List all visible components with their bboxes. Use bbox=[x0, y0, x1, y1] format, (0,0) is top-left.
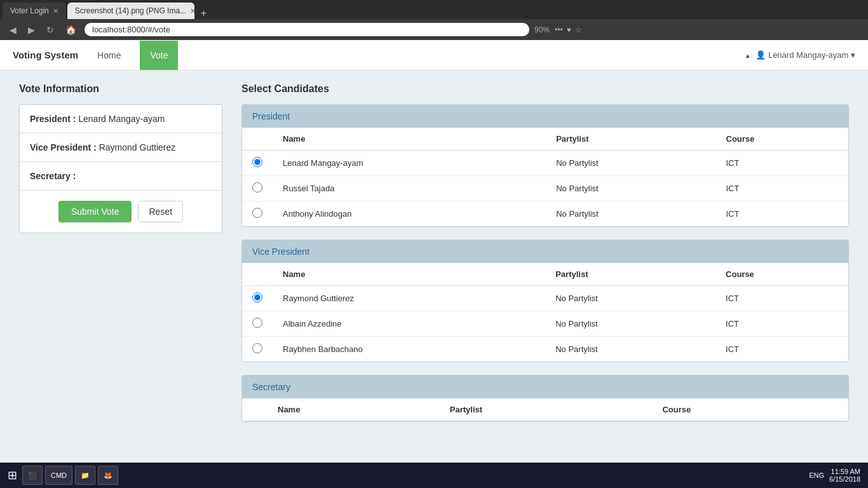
select-candidates-title: Select Candidates bbox=[241, 83, 849, 95]
table-row: Raymond Guttierez No Partylist ICT bbox=[242, 286, 848, 311]
tab-voter-login[interactable]: Voter Login ✕ bbox=[3, 3, 66, 19]
vp-name: Raymond Guttierez bbox=[99, 142, 176, 152]
user-icon: 👤 bbox=[756, 50, 768, 60]
vp-radio-0[interactable] bbox=[252, 292, 262, 302]
clock-date: 6/15/2018 bbox=[829, 475, 860, 483]
name-col-header: Name bbox=[273, 128, 546, 151]
president-table-header: Name Partylist Course bbox=[242, 128, 848, 151]
vp-section: Vice President Name Partylist Course Ray… bbox=[241, 240, 849, 362]
vp-radio-2[interactable] bbox=[252, 343, 262, 353]
vp-row: Vice President : Raymond Guttierez bbox=[20, 133, 222, 162]
candidate-name: Russel Tajada bbox=[273, 176, 546, 201]
app-navbar: Voting System Home Vote 👤 Lenard Mangay-… bbox=[0, 40, 868, 71]
vote-actions: Submit Vote Reset bbox=[20, 191, 222, 233]
tab-label: Voter Login bbox=[10, 6, 49, 15]
radio-cell[interactable] bbox=[242, 201, 273, 227]
start-button[interactable]: ⊞ bbox=[3, 466, 22, 485]
partylist-col-header: Partylist bbox=[545, 263, 715, 286]
vote-info-box: President : Lenard Mangay-ayam Vice Pres… bbox=[19, 104, 222, 233]
browser-chrome: Voter Login ✕ Screenshot (14).png (PNG I… bbox=[0, 0, 868, 40]
radio-cell[interactable] bbox=[242, 311, 273, 337]
secretary-table: Name Partylist Course bbox=[242, 398, 848, 421]
page-content: Vote Information President : Lenard Mang… bbox=[0, 71, 868, 463]
candidate-course: ICT bbox=[715, 337, 848, 362]
name-col-header: Name bbox=[273, 263, 545, 286]
taskbar: ⊞ ⬛ CMD 📁 🦊 ENG 11:59 AM 6/15/2018 bbox=[0, 463, 868, 488]
table-row: Anthony Alindogan No Partylist ICT bbox=[242, 201, 848, 227]
candidate-name: Albain Azzedine bbox=[273, 311, 545, 337]
vote-info-title: Vote Information bbox=[19, 83, 222, 95]
candidate-name: Raymond Guttierez bbox=[273, 286, 545, 311]
course-col-header: Course bbox=[715, 263, 848, 286]
president-radio-2[interactable] bbox=[252, 208, 262, 218]
candidate-course: ICT bbox=[715, 286, 848, 311]
candidate-partylist: No Partylist bbox=[545, 337, 715, 362]
candidate-partylist: No Partylist bbox=[545, 286, 715, 311]
candidate-course: ICT bbox=[716, 176, 849, 201]
vp-radio-1[interactable] bbox=[252, 318, 262, 328]
president-section: President Name Partylist Course Lenard M… bbox=[241, 104, 849, 227]
close-icon[interactable]: ✕ bbox=[53, 7, 58, 15]
president-radio-1[interactable] bbox=[252, 182, 262, 193]
forward-button[interactable]: ▶ bbox=[25, 24, 38, 36]
table-row: Russel Tajada No Partylist ICT bbox=[242, 176, 848, 201]
radio-cell[interactable] bbox=[242, 286, 273, 311]
url-text: localhost:8000/#/vote bbox=[92, 25, 522, 34]
left-panel: Vote Information President : Lenard Mang… bbox=[19, 83, 222, 450]
tab-screenshot[interactable]: Screenshot (14).png (PNG Ima... ✕ bbox=[67, 3, 194, 19]
president-label: President : bbox=[30, 114, 76, 124]
table-row: Raybhen Barbachano No Partylist ICT bbox=[242, 337, 848, 362]
submit-vote-button[interactable]: Submit Vote bbox=[58, 201, 132, 222]
browser-extras: ••• ♥ ☆ bbox=[555, 25, 582, 34]
address-bar: ◀ ▶ ↻ 🏠 localhost:8000/#/vote 90% ••• ♥ … bbox=[0, 19, 868, 40]
nav-home[interactable]: Home bbox=[91, 41, 127, 70]
secretary-section-header: Secretary bbox=[242, 376, 848, 398]
taskbar-items: ⬛ CMD 📁 🦊 bbox=[22, 466, 804, 485]
tab-label: Screenshot (14).png (PNG Ima... bbox=[75, 6, 186, 15]
president-radio-0[interactable] bbox=[252, 157, 262, 167]
reset-button[interactable]: Reset bbox=[138, 201, 183, 222]
taskbar-firefox[interactable]: 🦊 bbox=[98, 466, 118, 485]
president-section-header: President bbox=[242, 105, 848, 128]
new-tab-button[interactable]: + bbox=[196, 8, 212, 19]
course-col-header: Course bbox=[716, 128, 849, 151]
candidate-course: ICT bbox=[716, 151, 849, 176]
radio-cell[interactable] bbox=[242, 337, 273, 362]
close-icon[interactable]: ✕ bbox=[190, 7, 194, 15]
reload-button[interactable]: ↻ bbox=[43, 24, 57, 36]
table-row: Lenard Mangay-ayam No Partylist ICT bbox=[242, 151, 848, 176]
home-button[interactable]: 🏠 bbox=[62, 24, 79, 36]
vp-label: Vice President : bbox=[30, 142, 97, 152]
right-panel: Select Candidates President Name Partyli… bbox=[241, 83, 849, 450]
secretary-section: Secretary Name Partylist Course bbox=[241, 375, 849, 422]
bookmark-icon[interactable]: ☆ bbox=[575, 25, 582, 34]
back-button[interactable]: ◀ bbox=[6, 24, 20, 36]
taskbar-task-manager[interactable]: ⬛ bbox=[22, 466, 43, 485]
candidate-name: Raybhen Barbachano bbox=[273, 337, 545, 362]
radio-cell[interactable] bbox=[242, 151, 273, 176]
candidate-course: ICT bbox=[716, 201, 849, 227]
system-clock: 11:59 AM 6/15/2018 bbox=[829, 468, 860, 483]
partylist-col-header: Partylist bbox=[546, 128, 715, 151]
radio-col-header bbox=[242, 128, 273, 151]
table-row: Albain Azzedine No Partylist ICT bbox=[242, 311, 848, 337]
taskbar-file-explorer[interactable]: 📁 bbox=[75, 466, 95, 485]
candidate-partylist: No Partylist bbox=[546, 201, 715, 227]
vp-section-header: Vice President bbox=[242, 240, 848, 263]
president-row: President : Lenard Mangay-ayam bbox=[20, 105, 222, 133]
user-menu[interactable]: 👤 Lenard Mangay-ayam ▾ bbox=[745, 50, 855, 60]
candidate-partylist: No Partylist bbox=[546, 151, 715, 176]
app-brand: Voting System bbox=[13, 40, 78, 70]
radio-col-header bbox=[242, 263, 273, 286]
nav-vote[interactable]: Vote bbox=[140, 41, 178, 70]
candidate-name: Lenard Mangay-ayam bbox=[273, 151, 546, 176]
tab-bar: Voter Login ✕ Screenshot (14).png (PNG I… bbox=[0, 0, 868, 19]
menu-dots[interactable]: ••• bbox=[555, 25, 563, 34]
url-input[interactable]: localhost:8000/#/vote bbox=[85, 23, 529, 36]
partylist-col-header: Partylist bbox=[440, 398, 653, 421]
taskbar-cmd[interactable]: CMD bbox=[45, 466, 72, 485]
candidate-name: Anthony Alindogan bbox=[273, 201, 546, 227]
radio-cell[interactable] bbox=[242, 176, 273, 201]
pocket-icon[interactable]: ♥ bbox=[567, 25, 571, 34]
vp-table-header: Name Partylist Course bbox=[242, 263, 848, 286]
